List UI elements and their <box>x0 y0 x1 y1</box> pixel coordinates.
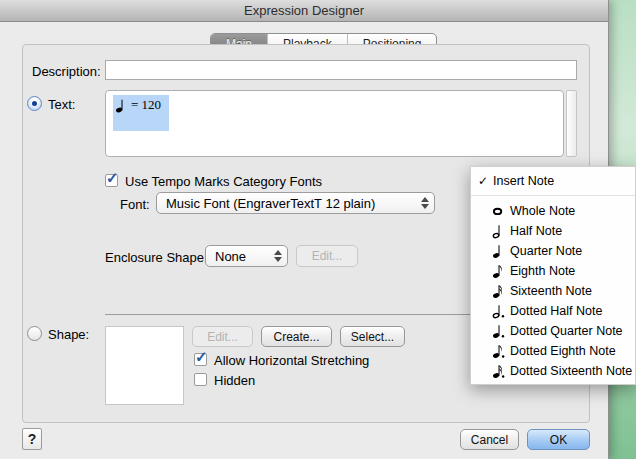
description-label: Description: <box>32 64 101 79</box>
menu-item-sixteenth-note[interactable]: Sixteenth Note <box>471 281 635 301</box>
tempo-fonts-checkbox[interactable]: ✓ <box>105 174 118 187</box>
eighth-note-icon <box>491 263 505 279</box>
stepper-icon <box>274 250 282 262</box>
menu-separator <box>471 195 635 196</box>
checkmark-icon: ✓ <box>106 169 119 187</box>
menu-item-dotted-eighth-note[interactable]: Dotted Eighth Note <box>471 341 635 361</box>
text-editor-scrollbar[interactable] <box>566 90 577 157</box>
menu-item-insert-note[interactable]: ✓ Insert Note <box>471 170 635 191</box>
menu-item-dotted-sixteenth-note[interactable]: Dotted Sixteenth Note <box>471 361 635 381</box>
quarter-note-icon <box>491 243 505 259</box>
whole-note-icon <box>491 203 505 219</box>
checkmark-icon: ✓ <box>478 174 491 188</box>
help-button[interactable]: ? <box>22 428 42 450</box>
sixteenth-note-icon <box>491 283 505 299</box>
checkmark-icon: ✓ <box>195 348 208 366</box>
description-input[interactable] <box>105 60 577 80</box>
ok-button[interactable]: OK <box>527 429 590 450</box>
stepper-icon <box>421 197 429 209</box>
dotted-quarter-note-icon <box>491 323 505 339</box>
shape-select-button[interactable]: Select... <box>340 326 405 347</box>
menu-item-dotted-half-note[interactable]: Dotted Half Note <box>471 301 635 321</box>
tempo-text: = 120 <box>131 97 161 113</box>
font-dropdown[interactable]: Music Font (EngraverTextT 12 plain) <box>156 192 435 214</box>
insert-note-menu: ✓ Insert Note Whole Note Half Note Quart… <box>470 166 636 385</box>
radio-dot-icon <box>32 101 37 106</box>
menu-item-eighth-note[interactable]: Eighth Note <box>471 261 635 281</box>
text-radio-label: Text: <box>48 97 75 112</box>
dotted-sixteenth-note-icon <box>491 363 505 379</box>
menu-item-dotted-quarter-note[interactable]: Dotted Quarter Note <box>471 321 635 341</box>
dotted-eighth-note-icon <box>491 343 505 359</box>
shape-edit-button[interactable]: Edit... <box>192 326 253 347</box>
menu-item-half-note[interactable]: Half Note <box>471 221 635 241</box>
font-label: Font: <box>120 197 150 212</box>
cancel-button[interactable]: Cancel <box>460 429 519 450</box>
allow-stretch-checkbox[interactable]: ✓ <box>194 353 207 366</box>
text-radio[interactable] <box>27 96 42 111</box>
hidden-checkbox[interactable] <box>194 373 207 386</box>
half-note-icon <box>491 223 505 239</box>
dotted-half-note-icon <box>491 303 505 319</box>
shape-preview <box>105 326 184 405</box>
title-bar[interactable]: Expression Designer <box>0 0 608 22</box>
shape-create-button[interactable]: Create... <box>261 326 332 347</box>
allow-stretch-label: Allow Horizontal Stretching <box>214 353 369 368</box>
shape-radio[interactable] <box>27 326 42 341</box>
enclosure-shape-dropdown[interactable]: None <box>205 245 288 267</box>
enclosure-shape-label: Enclosure Shape: <box>105 250 208 265</box>
text-selection: = 120 <box>113 95 169 131</box>
shape-radio-label: Shape: <box>48 327 89 342</box>
hidden-label: Hidden <box>214 373 255 388</box>
enclosure-edit-button[interactable]: Edit... <box>296 245 358 267</box>
menu-item-quarter-note[interactable]: Quarter Note <box>471 241 635 261</box>
menu-item-whole-note[interactable]: Whole Note <box>471 201 635 221</box>
quarter-note-icon <box>115 97 128 114</box>
window-title: Expression Designer <box>244 3 364 18</box>
screen: Expression Designer Main Playback Positi… <box>0 0 636 459</box>
tempo-fonts-label: Use Tempo Marks Category Fonts <box>125 174 322 189</box>
text-editor[interactable]: = 120 <box>105 90 564 157</box>
